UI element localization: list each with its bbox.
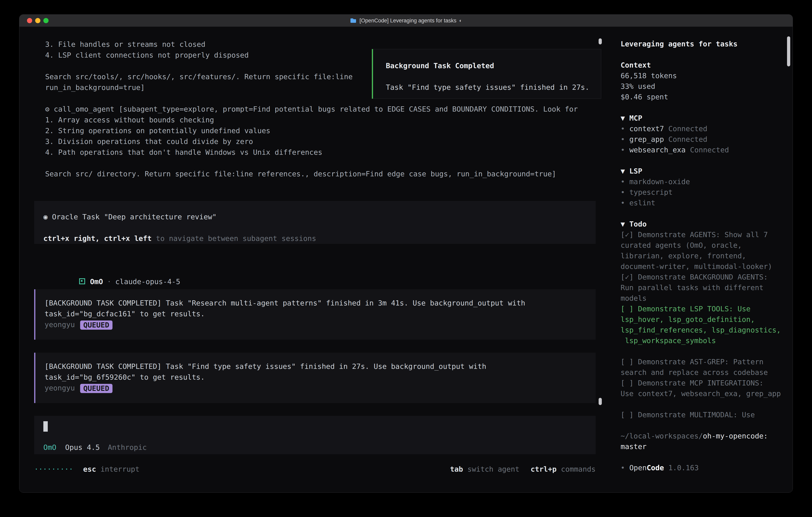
chevron-down-icon: ▼ bbox=[620, 114, 625, 122]
context-spent: $0.46 spent bbox=[620, 91, 787, 102]
shortcut-hint-text: to navigate between subagent sessions bbox=[152, 234, 316, 243]
oracle-title-text: Oracle Task "Deep architecture review" bbox=[52, 213, 216, 221]
todo-text: Demonstrate MULTIMODAL: Use bbox=[638, 411, 755, 419]
message-text: [BACKGROUND TASK COMPLETED] Task "Resear… bbox=[45, 298, 586, 319]
chevron-down-icon: ▼ bbox=[620, 167, 625, 175]
window-title-text: [OpenCode] Leveraging agents for tasks bbox=[359, 18, 456, 24]
scrollbar-thumb-top[interactable] bbox=[599, 38, 602, 45]
oracle-icon: ◉ bbox=[44, 213, 52, 221]
mcp-item: •websearch_exaConnected bbox=[620, 144, 787, 155]
text-cursor bbox=[44, 421, 48, 432]
lsp-section-heading[interactable]: ▼LSP bbox=[620, 166, 787, 176]
app-name-code: Code bbox=[646, 464, 664, 472]
prompt-input[interactable]: OmOOpus 4.5Anthropic bbox=[34, 416, 596, 454]
bullet-icon: • bbox=[620, 464, 625, 472]
folder-icon bbox=[350, 18, 357, 23]
log-line-tool-call: ⚙ call_omo_agent [subagent_type=explore,… bbox=[45, 104, 578, 114]
checkbox-checked-icon: [✓] bbox=[620, 273, 638, 281]
bullet-icon: • bbox=[620, 178, 625, 186]
app-version: 1.0.163 bbox=[668, 464, 699, 472]
conversation-pane: 3. File handles or streams not closed 4.… bbox=[19, 27, 612, 492]
log-line: 2. String operations on potentially unde… bbox=[45, 125, 578, 136]
log-line: Search src/ directory. Return specific f… bbox=[45, 168, 578, 179]
switch-agent-label: switch agent bbox=[467, 465, 519, 473]
oracle-task-title: ◉ Oracle Task "Deep architecture review" bbox=[44, 212, 586, 222]
minimize-button[interactable] bbox=[35, 18, 40, 23]
tool-call-text: call_omo_agent [subagent_type=explore, p… bbox=[54, 105, 578, 113]
bullet-icon: • bbox=[620, 188, 625, 196]
workspace-path: ~/local-workspaces/oh-my-opencode: bbox=[620, 431, 787, 441]
branch-name: master bbox=[620, 441, 787, 452]
mcp-section-heading[interactable]: ▼MCP bbox=[620, 113, 787, 124]
interrupt-label: interrupt bbox=[100, 465, 140, 473]
close-button[interactable] bbox=[27, 18, 32, 23]
window-title: [OpenCode] Leveraging agents for tasks ◐ bbox=[350, 18, 462, 24]
todo-text: Demonstrate AST-GREP: Pattern search and… bbox=[620, 358, 768, 377]
toast-title: Background Task Completed bbox=[386, 60, 601, 71]
lsp-item: •typescript bbox=[620, 187, 787, 197]
todo-text: Demonstrate LSP TOOLS: Use lsp_hover, ls… bbox=[620, 305, 781, 345]
oracle-task-box: ◉ Oracle Task "Deep architecture review"… bbox=[34, 201, 596, 244]
todo-text: Demonstrate BACKGROUND AGENTS: Run paral… bbox=[620, 273, 768, 302]
log-line: 1. Array access without bounds checking bbox=[45, 114, 578, 125]
mcp-item: •context7Connected bbox=[620, 124, 787, 134]
status-right: tabswitch agentctrl+pcommands bbox=[450, 464, 596, 474]
checkbox-empty-icon: [ ] bbox=[620, 358, 638, 366]
todo-item: [ ] Demonstrate AST-GREP: Pattern search… bbox=[620, 356, 787, 378]
message-block: [BACKGROUND TASK COMPLETED] Task "Find t… bbox=[34, 353, 596, 403]
checkbox-checked-icon: [✓] bbox=[620, 230, 638, 239]
toast-body: Task "Find type safety issues" finished … bbox=[386, 82, 601, 93]
zoom-button[interactable] bbox=[44, 18, 49, 23]
queued-badge: QUEUED bbox=[80, 384, 113, 393]
todo-item-active: [ ] Demonstrate LSP TOOLS: Use lsp_hover… bbox=[620, 303, 787, 346]
agent-glyph-icon bbox=[79, 278, 85, 284]
mcp-name: context7 bbox=[629, 125, 664, 133]
todo-item: [ ] Demonstrate MULTIMODAL: Use bbox=[620, 409, 787, 420]
toast-notification: Background Task Completed Task "Find typ… bbox=[372, 49, 601, 99]
shortcut-hint: ctrl+x right, ctrl+x left to navigate be… bbox=[44, 233, 586, 244]
message-meta: yeongyuQUEUED bbox=[45, 319, 586, 330]
separator-dot: · bbox=[107, 277, 111, 286]
version-line: •OpenCode1.0.163 bbox=[620, 462, 787, 473]
traffic-lights bbox=[27, 15, 49, 27]
todo-item: [ ] Demonstrate MCP INTEGRATIONS: Use co… bbox=[620, 378, 787, 399]
lsp-name: markdown-oxide bbox=[629, 178, 690, 186]
message-author: yeongyu bbox=[45, 321, 75, 329]
chevron-down-icon: ▼ bbox=[620, 220, 625, 228]
sidebar: Leveraging agents for tasks Context 66,5… bbox=[612, 27, 793, 492]
agent-model: claude-opus-4-5 bbox=[115, 277, 180, 286]
log-line-blank bbox=[45, 158, 578, 168]
terminal-window: [OpenCode] Leveraging agents for tasks ◐… bbox=[19, 15, 793, 493]
commands-label: commands bbox=[561, 465, 596, 473]
todo-section-heading[interactable]: ▼Todo bbox=[620, 219, 787, 229]
agent-header: OmO·claude-opus-4-5 bbox=[45, 266, 180, 276]
input-provider: Anthropic bbox=[108, 443, 147, 452]
tab-key: tab bbox=[450, 465, 463, 473]
log-line: 4. Path operations that don't handle Win… bbox=[45, 147, 578, 158]
checkbox-empty-icon: [ ] bbox=[620, 379, 638, 387]
input-agent: OmO bbox=[44, 443, 56, 452]
todo-item: [✓] Demonstrate BACKGROUND AGENTS: Run p… bbox=[620, 272, 787, 303]
todo-text: Demonstrate MCP INTEGRATIONS: Use contex… bbox=[620, 379, 781, 398]
sidebar-session-title: Leveraging agents for tasks bbox=[620, 38, 787, 49]
checkbox-empty-icon: [ ] bbox=[620, 411, 638, 419]
mcp-name: grep_app bbox=[629, 135, 664, 143]
scrollbar-thumb-bottom[interactable] bbox=[599, 398, 602, 405]
context-heading: Context bbox=[620, 60, 787, 71]
log-line: 3. File handles or streams not closed bbox=[45, 39, 578, 50]
context-used: 33% used bbox=[620, 81, 787, 91]
agent-name: OmO bbox=[90, 277, 103, 286]
input-meta: OmOOpus 4.5Anthropic bbox=[44, 442, 586, 453]
spinner-dots-icon: ········· bbox=[34, 465, 73, 473]
bullet-icon: • bbox=[620, 135, 625, 143]
message-text: [BACKGROUND TASK COMPLETED] Task "Find t… bbox=[45, 361, 586, 383]
lsp-heading-label: LSP bbox=[629, 167, 642, 175]
sidebar-scrollbar-thumb[interactable] bbox=[787, 36, 790, 66]
lsp-item: •markdown-oxide bbox=[620, 176, 787, 187]
lsp-item: •eslint bbox=[620, 197, 787, 208]
message-author: yeongyu bbox=[45, 384, 75, 392]
bullet-icon: • bbox=[620, 125, 625, 133]
blank-line bbox=[44, 222, 586, 233]
mcp-status: Connected bbox=[668, 135, 707, 143]
bullet-icon: • bbox=[620, 199, 625, 207]
